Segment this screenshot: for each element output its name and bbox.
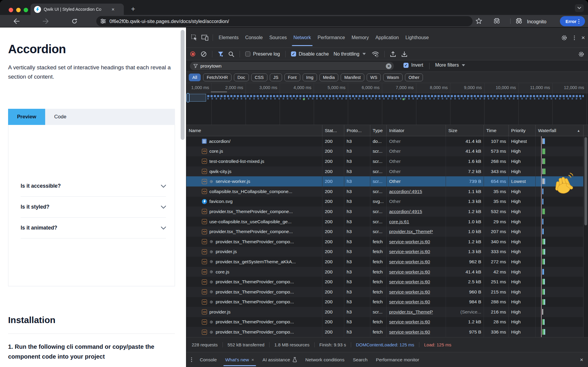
initiator-cell[interactable]: Other (387, 156, 446, 166)
clear-network-log-icon[interactable] (201, 51, 207, 57)
type-cell[interactable]: scr... (370, 176, 387, 186)
initiator-cell[interactable]: Other (387, 146, 446, 157)
filter-chip-ws[interactable]: WS (367, 74, 381, 81)
time-cell[interactable]: 654 ms (484, 176, 509, 186)
status-cell[interactable]: 200 (322, 247, 344, 257)
drawer-tab-what-s-new[interactable]: What's new× (221, 352, 258, 367)
drawer-menu-icon[interactable] (191, 357, 192, 362)
table-row[interactable]: <>provider.js200h3scr...provider.tsx_The… (186, 307, 588, 317)
time-cell[interactable]: 272 ms (484, 257, 509, 267)
column-header-name[interactable]: Name (186, 125, 322, 136)
time-cell[interactable]: 251 ms (484, 277, 509, 287)
table-row[interactable]: <>core.js200h3fetchservice-worker.js:604… (186, 267, 588, 277)
initiator-cell[interactable]: service-worker.js:60 (387, 287, 446, 297)
network-conditions-icon[interactable] (372, 51, 379, 57)
size-cell[interactable]: 975 B (446, 327, 484, 337)
request-name-cell[interactable]: <>use-collapsible.tsx_useCollapsible_ge.… (186, 217, 322, 227)
devtools-tab-network[interactable]: Network (290, 27, 314, 48)
status-cell[interactable]: 200 (322, 297, 344, 307)
table-row[interactable]: <>provider.tsx_ThemeProvider_compo...200… (186, 287, 588, 297)
macos-close-button[interactable] (9, 8, 13, 12)
size-cell[interactable]: 984 B (446, 297, 484, 307)
status-cell[interactable]: 200 (322, 166, 344, 177)
time-cell[interactable]: 216 ms (484, 307, 509, 317)
size-cell[interactable]: 1.6 kB (446, 156, 484, 166)
size-cell[interactable]: 1.2 kB (446, 317, 484, 327)
tab-preview[interactable]: Preview (8, 109, 45, 125)
status-cell[interactable]: 200 (322, 287, 344, 297)
type-cell[interactable]: fetch (370, 267, 387, 277)
network-overview-timeline[interactable]: 1,000 ms2,000 ms3,000 ms4,000 ms5,000 ms… (186, 83, 588, 125)
waterfall-cell[interactable] (536, 327, 584, 337)
status-cell[interactable]: 200 (322, 156, 344, 166)
type-cell[interactable]: fetch (370, 237, 387, 247)
initiator-link[interactable]: accordion/:4915 (389, 209, 422, 214)
type-cell[interactable]: fetch (370, 257, 387, 267)
site-settings-icon[interactable] (100, 19, 106, 24)
filter-chip-font[interactable]: Font (284, 74, 300, 81)
incognito-badge-icon[interactable] (493, 18, 501, 25)
devtools-tab-performance[interactable]: Performance (314, 27, 348, 48)
table-row[interactable]: <>test-controlled-list-mixed.js200h3scr.… (186, 156, 588, 166)
type-cell[interactable]: scr... (370, 166, 387, 177)
type-cell[interactable]: scr... (370, 227, 387, 237)
timeline-selection-window[interactable] (189, 94, 206, 102)
initiator-cell[interactable]: provider.tsx_ThemeP (387, 307, 446, 317)
priority-cell[interactable]: High (509, 166, 536, 177)
status-cell[interactable]: 200 (322, 136, 344, 146)
priority-cell[interactable]: High (509, 217, 536, 227)
import-har-icon[interactable] (390, 51, 396, 57)
table-row[interactable]: <>collapsible.tsx_HCollapsible_compone..… (186, 186, 588, 197)
browser-tab[interactable]: Qwik UI | Styled Accordion Co × (31, 4, 124, 15)
accordion-item[interactable]: Is it accessible? (21, 176, 166, 197)
filter-chip-wasm[interactable]: Wasm (383, 74, 403, 81)
table-row[interactable]: <>provider.tsx_ThemeProvider_compo...200… (186, 237, 588, 247)
initiator-cell[interactable]: service-worker.js:60 (387, 297, 446, 307)
priority-cell[interactable]: High (509, 317, 536, 327)
type-cell[interactable]: scr... (370, 217, 387, 227)
size-cell[interactable]: 1.0 kB (446, 227, 484, 237)
type-cell[interactable]: fetch (370, 247, 387, 257)
tab-close-icon[interactable]: × (112, 7, 115, 12)
filter-chip-doc[interactable]: Doc (234, 74, 249, 81)
filter-chip-img[interactable]: Img (303, 74, 317, 81)
initiator-link[interactable]: service-worker.js:60 (389, 279, 430, 285)
protocol-cell[interactable]: h3 (344, 186, 370, 197)
protocol-cell[interactable]: h3 (344, 156, 370, 166)
column-header-waterfall[interactable]: Waterfall▲ (536, 125, 584, 136)
filter-chip-manifest[interactable]: Manifest (341, 74, 364, 81)
protocol-cell[interactable]: h3 (344, 136, 370, 146)
priority-cell[interactable]: High (509, 307, 536, 317)
timeline-selection-handle[interactable] (186, 93, 190, 103)
macos-minimize-button[interactable] (16, 8, 21, 12)
request-name-cell[interactable]: <>provider.js (186, 247, 322, 257)
status-cell[interactable]: 200 (322, 227, 344, 237)
waterfall-cell[interactable] (536, 156, 584, 166)
initiator-cell[interactable]: core.js:61 (387, 217, 446, 227)
protocol-cell[interactable]: h3 (344, 217, 370, 227)
protocol-cell[interactable]: h3 (344, 197, 370, 207)
column-header-priority[interactable]: Priority (509, 125, 536, 136)
request-name-cell[interactable]: <>provider.tsx_ThemeProvider_compone... (186, 207, 322, 217)
waterfall-cell[interactable] (536, 146, 584, 157)
search-icon[interactable] (228, 51, 234, 57)
drawer-tab-close-icon[interactable]: × (252, 357, 254, 363)
request-name-cell[interactable]: <>provider.tsx_ThemeProvider_compo... (186, 237, 322, 247)
protocol-cell[interactable]: h3 (344, 227, 370, 237)
sort-ascending-icon[interactable]: ▲ (577, 129, 580, 132)
devtools-close-icon[interactable]: × (581, 34, 585, 41)
priority-cell[interactable]: High (509, 237, 536, 247)
table-row[interactable]: <>provider.tsx_ThemeProvider_compo...200… (186, 277, 588, 287)
priority-cell[interactable]: High (509, 267, 536, 277)
size-cell[interactable]: 1.3 kB (446, 247, 484, 257)
initiator-link[interactable]: provider.tsx_ThemeP (389, 229, 433, 234)
request-name-cell[interactable]: accordion/ (186, 136, 322, 146)
initiator-link[interactable]: core.js:61 (389, 219, 409, 224)
status-cell[interactable]: 200 (322, 197, 344, 207)
type-cell[interactable]: fetch (370, 277, 387, 287)
network-settings-icon[interactable] (578, 51, 584, 57)
time-cell[interactable]: 35 ms (484, 197, 509, 207)
request-name-cell[interactable]: <>core.js (186, 267, 322, 277)
priority-cell[interactable]: High (509, 186, 536, 197)
throttling-select[interactable]: No throttling (333, 51, 365, 57)
